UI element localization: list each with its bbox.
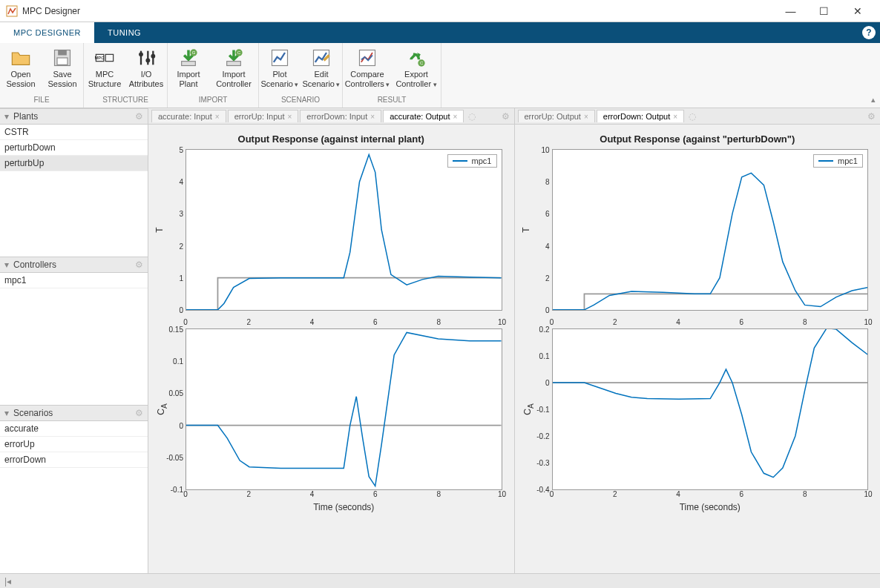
plot-body-right: Output Response (against "perturbDown") … [515, 125, 881, 573]
io-attributes-button[interactable]: I/OAttributes [125, 43, 167, 96]
add-tab-icon[interactable]: ◌ [689, 111, 696, 122]
plot-tab[interactable]: errorUp: Input× [228, 110, 299, 122]
tab-mpc-designer[interactable]: MPC DESIGNER [0, 22, 94, 43]
svg-point-8 [139, 52, 143, 56]
list-item[interactable]: mpc1 [0, 273, 148, 288]
scenarios-list: accurate errorUp errorDown [0, 421, 148, 573]
list-item[interactable]: CSTR [0, 125, 148, 140]
close-icon[interactable]: × [370, 113, 375, 121]
list-item[interactable]: perturbDown [0, 140, 148, 156]
plot-tabbar-left: accurate: Input× errorUp: Input× errorDo… [148, 108, 514, 125]
close-icon[interactable]: × [584, 113, 588, 121]
export-controller-label: ExportController [395, 70, 436, 88]
plot-scenario-button[interactable]: PlotScenario [259, 43, 301, 96]
panel-plants-header[interactable]: ▾ Plants ⚙ [0, 108, 148, 125]
plot-body-left: Output Response (against internal plant)… [148, 125, 514, 573]
plot-scenario-label: PlotScenario [261, 70, 299, 88]
y-ticks: -0.4-0.3-0.2-0.100.10.2 [528, 329, 550, 489]
svg-rect-5 [105, 54, 114, 61]
chart-right-top[interactable]: T 0246810 mpc1 [552, 149, 869, 311]
edit-icon [311, 47, 332, 68]
structure-icon: MPC [94, 47, 115, 68]
list-item[interactable]: accurate [0, 421, 148, 437]
plot-tab[interactable]: errorUp: Output× [518, 110, 595, 122]
add-tab-icon[interactable]: ◌ [468, 111, 476, 122]
close-icon[interactable]: × [288, 113, 292, 121]
x-ticks: 0246810 [185, 318, 502, 328]
y-ticks: -0.1-0.0500.050.10.15 [161, 329, 183, 489]
panel-scenarios-header[interactable]: ▾ Scenarios ⚙ [0, 405, 148, 421]
plot-tab[interactable]: accurate: Output× [383, 110, 464, 122]
window-title: MPC Designer [22, 6, 774, 16]
svg-text:MPC: MPC [95, 56, 105, 60]
main-area: ▾ Plants ⚙ CSTR perturbDown perturbUp ▾ … [0, 108, 880, 573]
x-ticks: 0246810 [552, 318, 869, 328]
panel-controllers-header[interactable]: ▾ Controllers ⚙ [0, 257, 148, 273]
gear-icon[interactable]: ⚙ [502, 111, 510, 122]
chart-right-bot[interactable]: CA -0.4-0.3-0.2-0.100.10.2 [552, 328, 869, 490]
controllers-list: mpc1 [0, 273, 148, 405]
close-icon[interactable]: × [453, 113, 457, 121]
chevron-down-icon: ▾ [4, 111, 13, 122]
export-controller-button[interactable]: C ExportController [392, 43, 441, 96]
plot-tab-label: errorUp: Output [525, 112, 581, 121]
x-ticks: 0246810 [185, 490, 502, 501]
svg-text:C: C [420, 61, 423, 65]
group-scenario-label: SCENARIO [259, 96, 342, 108]
svg-rect-2 [58, 50, 67, 56]
edit-scenario-label: EditScenario [303, 70, 341, 88]
maximize-button[interactable]: ☐ [807, 0, 841, 22]
export-icon: C [406, 47, 427, 68]
group-result-label: RESULT [343, 96, 441, 108]
chart-left-bot[interactable]: CA -0.1-0.0500.050.10.15 [185, 328, 502, 490]
sidebar: ▾ Plants ⚙ CSTR perturbDown perturbUp ▾ … [0, 108, 148, 573]
folder-open-icon [10, 47, 31, 68]
plot-tab[interactable]: errorDown: Output× [597, 110, 684, 122]
compare-controllers-label: CompareControllers [345, 70, 390, 88]
help-button[interactable]: ? [858, 22, 880, 43]
mpc-structure-label: MPCStructure [88, 70, 122, 88]
chevron-down-icon: ▾ [4, 260, 13, 270]
gear-icon[interactable]: ⚙ [867, 111, 876, 122]
io-attributes-label: I/OAttributes [129, 70, 163, 88]
list-item[interactable]: errorUp [0, 437, 148, 452]
x-axis-label: Time (seconds) [552, 502, 869, 512]
svg-rect-16 [227, 62, 241, 66]
ribbon: OpenSession SaveSession FILE MPC MPCStru… [0, 43, 880, 108]
plot-tab[interactable]: accurate: Input× [151, 110, 226, 122]
plot-column-left: accurate: Input× errorUp: Input× errorDo… [148, 108, 515, 573]
close-icon[interactable]: × [215, 113, 220, 121]
back-icon[interactable]: |◂ [4, 576, 11, 587]
minimize-button[interactable]: — [774, 0, 807, 22]
svg-point-10 [145, 59, 150, 63]
gear-icon[interactable]: ⚙ [135, 408, 143, 418]
list-item[interactable]: perturbUp [0, 156, 148, 171]
plot-tabbar-right: errorUp: Output× errorDown: Output× ◌ ⚙ [515, 108, 881, 125]
close-button[interactable]: ✕ [841, 0, 874, 22]
tab-tuning[interactable]: TUNING [94, 22, 154, 43]
gear-icon[interactable]: ⚙ [135, 111, 143, 122]
svg-text:G: G [192, 50, 196, 55]
ribbon-collapse-icon[interactable]: ▴ [871, 95, 876, 105]
open-session-button[interactable]: OpenSession [0, 43, 42, 96]
x-axis-label: Time (seconds) [185, 502, 502, 512]
compare-controllers-button[interactable]: CompareControllers [343, 43, 392, 96]
import-controller-button[interactable]: C ImportController [209, 43, 258, 96]
app-icon [6, 5, 18, 17]
edit-scenario-button[interactable]: EditScenario [301, 43, 342, 96]
save-session-button[interactable]: SaveSession [42, 43, 83, 96]
plot-tab-label: accurate: Input [158, 112, 212, 121]
chart-left-top[interactable]: T 012345 mpc1 [185, 149, 502, 311]
x-ticks: 0246810 [552, 490, 869, 501]
chevron-down-icon: ▾ [4, 408, 13, 418]
gear-icon[interactable]: ⚙ [135, 260, 143, 270]
mpc-structure-button[interactable]: MPC MPCStructure [84, 43, 125, 96]
list-item[interactable]: errorDown [0, 452, 148, 468]
close-icon[interactable]: × [673, 113, 677, 121]
save-icon [52, 47, 73, 68]
import-down-icon: G [178, 47, 199, 68]
panel-controllers-title: Controllers [13, 260, 135, 270]
import-plant-button[interactable]: G ImportPlant [168, 43, 209, 96]
plot-tab[interactable]: errorDown: Input× [300, 110, 381, 122]
chart-title: Output Response (against internal plant) [151, 133, 511, 145]
